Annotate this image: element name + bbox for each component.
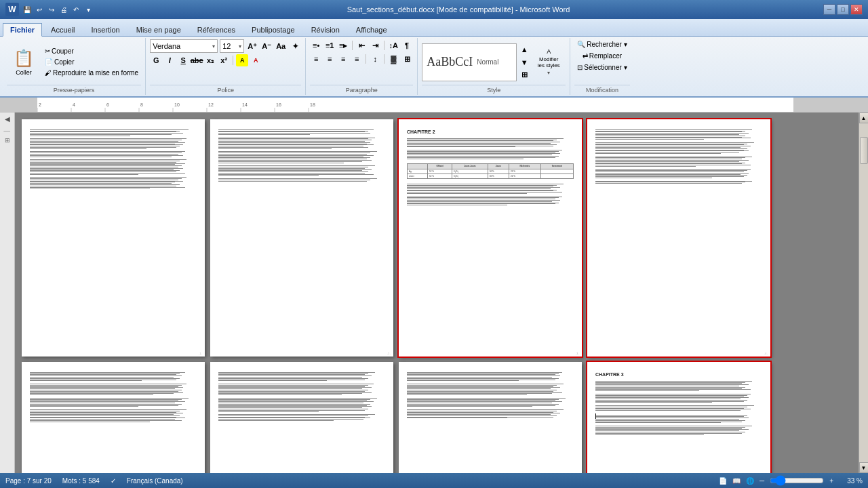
rechercher-button[interactable]: 🔍 Rechercher ▾ — [574, 39, 629, 49]
numbering-button[interactable]: ≡1 — [323, 39, 336, 52]
line-spacing-button[interactable]: ↕ — [369, 53, 381, 65]
view-read-icon[interactable]: 📖 — [732, 477, 741, 485]
copier-button[interactable]: 📄 Copier — [42, 57, 141, 67]
zoom-in-button[interactable]: + — [829, 477, 833, 485]
tab-mise-en-page[interactable]: Mise en page — [129, 23, 189, 36]
copy-icon: 📄 — [45, 58, 53, 66]
zoom-slider[interactable] — [770, 477, 824, 484]
borders-button[interactable]: ⊞ — [401, 53, 413, 65]
scroll-down-button[interactable]: ▼ — [859, 462, 869, 473]
tab-publipostage[interactable]: Publipostage — [244, 23, 302, 36]
align-left-button[interactable]: ≡ — [310, 53, 322, 65]
align-center-button[interactable]: ≡ — [323, 53, 336, 65]
scroll-thumb[interactable] — [860, 137, 868, 164]
align-right-button[interactable]: ≡ — [337, 53, 349, 65]
reproduire-button[interactable]: 🖌 Reproduire la mise en forme — [42, 68, 141, 78]
font-color-button[interactable]: A — [250, 54, 262, 66]
page-6[interactable]: - 6 - — [210, 362, 393, 473]
style-controls: ▲ ▼ ⊞ — [518, 43, 530, 81]
increase-indent-button[interactable]: ⇥ — [369, 39, 381, 52]
page-3[interactable]: CHAPITRE 2 OfficielJours JoursJoursNb fe… — [399, 119, 582, 357]
remplacer-button[interactable]: ⇄ Remplacer — [580, 51, 625, 61]
font-dropdown-arrow[interactable]: ▾ — [212, 43, 215, 49]
group-style-content: AaBbCcI Normal ▲ ▼ ⊞ A Modifierles style… — [422, 39, 566, 85]
undo-icon[interactable]: ↩ — [34, 4, 45, 15]
highlight-button[interactable]: A — [236, 54, 248, 66]
style-scroll-down[interactable]: ▼ — [518, 56, 530, 68]
language-indicator[interactable]: Français (Canada) — [127, 477, 183, 485]
undo2-icon[interactable]: ↶ — [71, 4, 81, 15]
bold-button[interactable]: G — [150, 54, 162, 66]
left-sidebar-toggle[interactable]: ◀ — [5, 115, 10, 123]
page-7-text — [407, 372, 574, 419]
para-sep4 — [384, 54, 384, 64]
tab-accueil[interactable]: Accueil — [43, 23, 82, 36]
view-print-icon[interactable]: 📄 — [719, 477, 727, 485]
style-scroll-up[interactable]: ▲ — [518, 43, 530, 56]
document-area[interactable]: - 1 - — [15, 113, 859, 473]
tab-insertion[interactable]: Insertion — [84, 23, 127, 36]
page-4[interactable]: - 4 - — [587, 119, 770, 357]
strikethrough-button[interactable]: abc — [191, 54, 203, 66]
style-selector[interactable]: AaBbCcI Normal — [422, 43, 517, 81]
page-2[interactable]: - 2 - — [210, 119, 393, 357]
bullets-button[interactable]: ≡• — [310, 39, 322, 52]
search-icon: 🔍 — [577, 41, 585, 48]
scroll-up-button[interactable]: ▲ — [859, 113, 869, 123]
restore-button[interactable]: □ — [837, 4, 849, 15]
couper-button[interactable]: ✂ Couper — [42, 46, 141, 56]
vertical-scrollbar[interactable]: ▲ ▼ — [859, 113, 868, 473]
multilevel-button[interactable]: ≡▸ — [337, 39, 349, 52]
save-icon[interactable]: 💾 — [22, 4, 33, 15]
page-6-text — [218, 372, 385, 421]
modifier-styles-button[interactable]: A Modifierles styles ▾ — [532, 43, 566, 82]
text-cursor — [595, 413, 596, 419]
group-presse-papiers-content: 📋 Coller ✂ Couper 📄 Copier 🖌 Reproduire … — [7, 39, 141, 85]
print-icon[interactable]: 🖨 — [58, 4, 69, 15]
coller-button[interactable]: 📋 Coller — [7, 43, 41, 82]
decrease-indent-button[interactable]: ⇤ — [355, 39, 368, 52]
format-painter-icon: 🖌 — [45, 69, 52, 77]
tab-affichage[interactable]: Affichage — [349, 23, 395, 36]
italic-button[interactable]: I — [163, 54, 176, 66]
shading-button[interactable]: ▓ — [387, 53, 399, 65]
sort-button[interactable]: ↕A — [387, 39, 399, 52]
change-case-button[interactable]: Aa — [275, 40, 287, 52]
group-paragraphe-content: ≡• ≡1 ≡▸ ⇤ ⇥ ↕A ¶ ≡ ≡ ≡ ≡ ↕ ▓ ⊞ — [310, 39, 413, 85]
zoom-level[interactable]: 33 % — [839, 477, 863, 485]
decrease-font-button[interactable]: A⁻ — [260, 40, 273, 52]
subscript-button[interactable]: x₂ — [204, 54, 216, 66]
justify-button[interactable]: ≡ — [351, 53, 363, 65]
title-bar-left: W 💾 ↩ ↪ 🖨 ↶ ▾ — [5, 3, 94, 16]
style-more[interactable]: ⊞ — [518, 69, 530, 81]
ruler-corner[interactable]: ⊞ — [5, 137, 10, 144]
svg-text:14: 14 — [242, 102, 248, 107]
font-name: Verdana — [153, 42, 180, 50]
view-web-icon[interactable]: 🌐 — [746, 477, 754, 485]
minimize-button[interactable]: ─ — [823, 4, 835, 15]
dropdown-icon[interactable]: ▾ — [83, 4, 94, 15]
sidebar-label: │ — [4, 129, 10, 133]
page-7[interactable]: - 7 - — [399, 362, 582, 473]
tab-references[interactable]: Références — [190, 23, 243, 36]
page-1[interactable]: - 1 - — [22, 119, 205, 357]
tab-revision[interactable]: Révision — [304, 23, 347, 36]
proofing-icon: ✓ — [111, 477, 116, 485]
page-8[interactable]: CHAPITRE 3 — [587, 362, 770, 473]
superscript-button[interactable]: x² — [218, 54, 230, 66]
selectionner-button[interactable]: ⊡ Sélectionner ▾ — [574, 62, 629, 73]
zoom-out-button[interactable]: ─ — [760, 477, 764, 485]
tab-fichier[interactable]: Fichier — [3, 23, 42, 37]
font-size-selector[interactable]: 12 ▾ — [220, 39, 244, 53]
font-selector[interactable]: Verdana ▾ — [150, 39, 218, 53]
close-button[interactable]: ✕ — [850, 4, 863, 15]
size-dropdown-arrow[interactable]: ▾ — [239, 43, 241, 49]
increase-font-button[interactable]: A⁺ — [246, 40, 258, 52]
clear-format-button[interactable]: ✦ — [289, 40, 301, 52]
para-sep1 — [352, 41, 353, 50]
underline-button[interactable]: S — [177, 54, 189, 66]
page-5[interactable]: - 5 - — [22, 362, 205, 473]
ruler-inner: 2 4 6 8 10 12 14 16 18 — [0, 98, 868, 112]
redo-icon[interactable]: ↪ — [46, 4, 57, 15]
pilcrow-button[interactable]: ¶ — [401, 39, 413, 52]
